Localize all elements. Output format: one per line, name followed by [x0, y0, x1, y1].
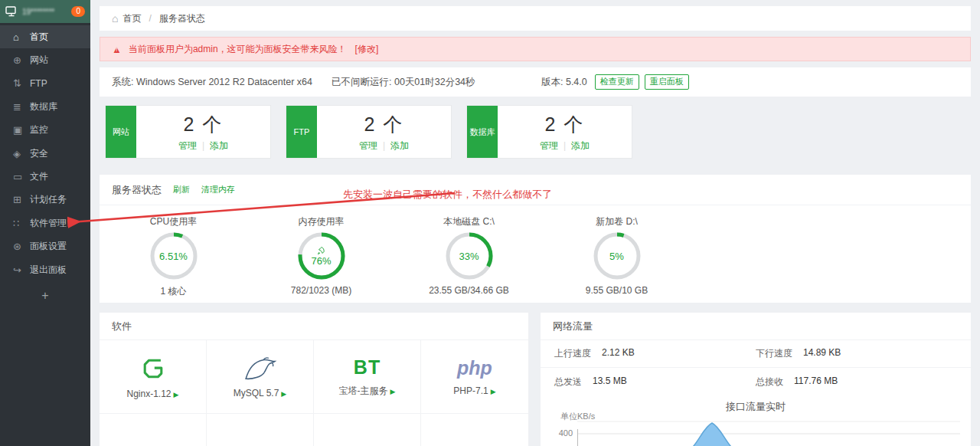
up-speed-label: 上行速度: [554, 347, 591, 360]
add-link[interactable]: 添加: [571, 140, 590, 151]
gauge-donut: 76%: [298, 232, 345, 280]
refresh-link[interactable]: 刷新: [173, 184, 190, 195]
home-icon: ⌂: [112, 12, 118, 25]
sidebar-add-button[interactable]: +: [0, 284, 90, 307]
warning-text: 当前面板用户为admin，这可能为面板安全带来风险！: [129, 43, 347, 56]
sidebar-header: 19******** 0: [0, 0, 90, 23]
sidebar-item-label: 数据库: [30, 100, 57, 113]
ftp-icon: ⇅: [13, 77, 30, 89]
software-item-empty: [207, 414, 314, 446]
sidebar-item-label: 面板设置: [30, 240, 67, 253]
card-body: 2 个管理|添加: [317, 106, 451, 158]
check-update-button[interactable]: 检查更新: [595, 74, 639, 89]
sidebar-item-monitor[interactable]: ▣监控: [0, 119, 90, 142]
bt-panel-app: 19******** 0 ⌂首页⊕网站⇅FTP≣数据库▣监控◈安全▭文件⊞计划任…: [0, 0, 980, 446]
software-item-empty: [421, 414, 528, 446]
network-total-row: 总发送13.5 MB 总接收117.76 MB: [541, 368, 971, 395]
stat-card: FTP2 个管理|添加: [286, 105, 452, 159]
network-title: 网络流量: [553, 320, 593, 333]
sidebar-item-settings[interactable]: ⊛面板设置: [0, 235, 90, 258]
gauge-sub-label: 9.55 GB/10 GB: [543, 285, 691, 296]
sidebar-item-soft[interactable]: ∷软件管理: [0, 212, 90, 234]
sidebar-item-site[interactable]: ⊕网站: [0, 48, 90, 71]
software-item-empty: [314, 414, 421, 446]
manage-link[interactable]: 管理: [178, 140, 197, 151]
card-body: 2 个管理|添加: [498, 106, 632, 158]
sidebar-item-files[interactable]: ▭文件: [0, 165, 90, 188]
system-bar: 系统: Windows Server 2012 R2 Datacenter x6…: [100, 67, 971, 97]
mysql-logo: [243, 356, 278, 382]
gauge: 新加卷 D:\5%9.55 GB/10 GB: [543, 215, 691, 298]
modify-link[interactable]: [修改]: [355, 43, 379, 56]
breadcrumb-home[interactable]: 首页: [122, 12, 141, 25]
add-link[interactable]: 添加: [210, 140, 228, 151]
sidebar-item-label: 软件管理: [30, 217, 67, 230]
gauge-label: 本地磁盘 C:\: [395, 215, 543, 228]
sidebar-item-cron[interactable]: ⊞计划任务: [0, 189, 90, 212]
panel-title: 服务器状态: [112, 183, 162, 197]
breadcrumb: ⌂ 首页 / 服务器状态: [100, 6, 971, 31]
up-speed-value: 2.12 KB: [602, 347, 635, 360]
clear-memory-link[interactable]: 清理内存: [201, 184, 235, 195]
gauge-sub-label: 1 核心: [100, 285, 247, 298]
software-item-bt[interactable]: BT宝塔-主服务▶: [314, 340, 421, 414]
gauge-sub-label: 23.55 GB/34.66 GB: [395, 285, 543, 296]
link-divider: |: [202, 140, 204, 151]
gauge-sub-label: 782/1023 (MB): [247, 285, 395, 296]
folder-icon: ▭: [13, 171, 30, 182]
chart-title: 接口流量实时: [541, 400, 971, 414]
sidebar-item-database[interactable]: ≣数据库: [0, 95, 90, 118]
sidebar-item-ftp[interactable]: ⇅FTP: [0, 72, 90, 95]
sidebar-item-logout[interactable]: ↪退出面板: [0, 258, 90, 281]
sidebar-item-label: 文件: [30, 170, 48, 183]
gauge-label: 内存使用率: [247, 215, 395, 228]
software-label: Nginx-1.12: [127, 389, 172, 399]
gauge-percent: 33%: [459, 251, 479, 262]
card-tag: 数据库: [467, 106, 498, 158]
breadcrumb-current: 服务器状态: [159, 12, 205, 25]
gauge-percent: 76%: [311, 255, 331, 267]
sidebar-item-label: 计划任务: [30, 193, 67, 206]
down-speed-label: 下行速度: [756, 347, 792, 360]
card-tag: 网站: [106, 106, 136, 158]
sidebar-item-label: 监控: [30, 123, 48, 136]
system-uptime: 已不间断运行: 00天01时32分34秒: [332, 76, 541, 89]
annotation-text: 先安装一波自己需要的软件，不然什么都做不了: [343, 188, 552, 202]
breadcrumb-separator: /: [149, 13, 151, 24]
sidebar-item-label: 首页: [30, 31, 48, 44]
shield-icon: ◈: [13, 148, 30, 159]
down-speed-value: 14.89 KB: [803, 347, 841, 360]
software-item-mysql[interactable]: MySQL 5.7▶: [207, 340, 314, 414]
sidebar-item-label: 退出面板: [30, 264, 67, 277]
card-count: 2 个: [364, 112, 404, 137]
software-grid: Nginx-1.12▶MySQL 5.7▶BT宝塔-主服务▶phpPHP-7.1…: [100, 340, 528, 446]
sidebar-item-home[interactable]: ⌂首页: [0, 25, 90, 48]
schedule-icon: ⊞: [13, 194, 30, 205]
manage-link[interactable]: 管理: [540, 140, 558, 151]
play-icon: ▶: [390, 388, 396, 395]
chart-tick-400: 400: [554, 428, 573, 438]
logout-icon: ↪: [13, 264, 30, 276]
notification-badge[interactable]: 0: [71, 6, 85, 17]
nginx-logo: [139, 355, 167, 382]
php-logo: php: [457, 357, 492, 379]
restart-panel-button[interactable]: 重启面板: [645, 74, 689, 89]
manage-link[interactable]: 管理: [359, 140, 377, 151]
software-title: 软件: [112, 320, 132, 333]
software-panel: 软件 Nginx-1.12▶MySQL 5.7▶BT宝塔-主服务▶phpPHP-…: [100, 313, 528, 446]
total-sent-value: 13.5 MB: [593, 375, 627, 389]
add-link[interactable]: 添加: [390, 140, 409, 151]
card-count: 2 个: [545, 112, 585, 137]
globe-icon: ⊕: [13, 54, 30, 66]
monitor-icon: ▣: [13, 124, 30, 136]
software-item-php[interactable]: phpPHP-7.1▶: [421, 340, 528, 414]
system-version: 版本: 5.4.0: [541, 76, 587, 89]
sidebar-item-security[interactable]: ◈安全: [0, 142, 90, 165]
software-item-nginx[interactable]: Nginx-1.12▶: [100, 340, 207, 414]
gauge: 内存使用率76%782/1023 (MB): [247, 215, 395, 298]
link-divider: |: [383, 140, 385, 151]
warning-banner: ▲! 当前面板用户为admin，这可能为面板安全带来风险！ [修改]: [100, 37, 971, 61]
play-icon: ▶: [174, 391, 179, 398]
gauge-label: 新加卷 D:\: [543, 215, 691, 228]
software-icon: ∷: [13, 218, 30, 229]
